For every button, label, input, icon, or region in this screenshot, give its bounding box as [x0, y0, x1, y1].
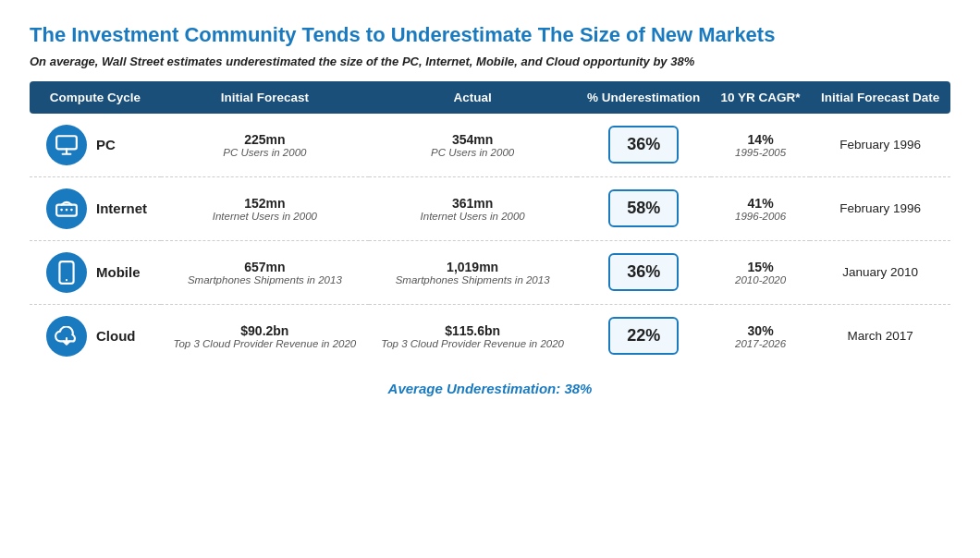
actual-sub-cloud: Top 3 Cloud Provider Revenue in 2020: [376, 338, 570, 349]
forecast-date-pc: February 1996: [810, 114, 950, 177]
actual-sub-pc: PC Users in 2000: [376, 147, 570, 158]
table-row: Mobile 657mnSmartphones Shipments in 201…: [30, 240, 950, 304]
cycle-cell-pc: PC: [30, 114, 161, 177]
svg-rect-0: [56, 136, 77, 149]
cagr-sub-internet: 1996-2006: [718, 211, 802, 222]
initial-sub-internet: Internet Users in 2000: [168, 211, 361, 222]
cycle-label-cloud: Cloud: [96, 328, 136, 344]
actual-main-pc: 354mn: [376, 132, 570, 147]
actual-main-internet: 361mn: [376, 196, 570, 211]
table-row: Internet 152mnInternet Users in 2000361m…: [30, 176, 950, 240]
data-table: Compute Cycle Initial Forecast Actual % …: [30, 81, 950, 368]
cycle-label-pc: PC: [96, 137, 116, 152]
underestimation-mobile: 36%: [577, 240, 711, 304]
cycle-cell-mobile: Mobile: [30, 240, 161, 304]
date-label-mobile: January 2010: [842, 265, 918, 279]
cycle-label-internet: Internet: [96, 200, 147, 216]
cagr-internet: 41%1996-2006: [711, 176, 810, 240]
date-label-internet: February 1996: [839, 201, 921, 215]
page-subtitle: On average, Wall Street estimates undere…: [30, 55, 950, 68]
actual-sub-internet: Internet Users in 2000: [376, 211, 570, 222]
page-title: The Investment Community Tends to Undere…: [30, 22, 950, 49]
svg-point-2: [60, 208, 63, 211]
table-row: PC 225mnPC Users in 2000354mnPC Users in…: [30, 114, 950, 177]
header-compute-cycle: Compute Cycle: [30, 81, 161, 114]
cagr-main-mobile: 15%: [718, 260, 802, 274]
cagr-sub-cloud: 2017-2026: [718, 338, 802, 349]
actual-sub-mobile: Smartphones Shipments in 2013: [376, 274, 570, 285]
initial-forecast-cloud: $90.2bnTop 3 Cloud Provider Revenue in 2…: [161, 304, 369, 368]
svg-point-6: [66, 279, 67, 281]
underestimation-pc: 36%: [577, 114, 711, 177]
date-label-pc: February 1996: [839, 138, 921, 152]
initial-forecast-pc: 225mnPC Users in 2000: [161, 114, 369, 177]
initial-main-internet: 152mn: [168, 196, 361, 211]
initial-sub-mobile: Smartphones Shipments in 2013: [168, 274, 361, 285]
date-label-cloud: March 2017: [847, 329, 913, 343]
svg-point-4: [70, 208, 73, 211]
initial-main-mobile: 657mn: [168, 260, 361, 274]
cycle-cell-cloud: Cloud: [30, 304, 161, 368]
cycle-cell-internet: Internet: [30, 176, 161, 240]
cycle-label-mobile: Mobile: [96, 264, 141, 280]
cloud-icon: [46, 316, 87, 357]
header-actual: Actual: [369, 81, 577, 114]
actual-internet: 361mnInternet Users in 2000: [369, 176, 577, 240]
underestimation-internet: 58%: [577, 176, 711, 240]
underestimation-cloud: 22%: [577, 304, 711, 368]
internet-icon: [46, 188, 87, 229]
underest-box-internet: 58%: [608, 189, 679, 227]
actual-main-mobile: 1,019mn: [376, 260, 570, 274]
actual-mobile: 1,019mnSmartphones Shipments in 2013: [369, 240, 577, 304]
forecast-date-cloud: March 2017: [810, 304, 950, 368]
table-row: Cloud $90.2bnTop 3 Cloud Provider Revenu…: [30, 304, 950, 368]
actual-main-cloud: $115.6bn: [376, 323, 570, 338]
initial-forecast-internet: 152mnInternet Users in 2000: [161, 176, 369, 240]
initial-sub-cloud: Top 3 Cloud Provider Revenue in 2020: [168, 338, 361, 349]
forecast-date-mobile: January 2010: [810, 240, 950, 304]
average-underestimation: Average Underestimation: 38%: [30, 381, 950, 396]
initial-sub-pc: PC Users in 2000: [168, 147, 361, 158]
cagr-cloud: 30%2017-2026: [711, 304, 810, 368]
underest-box-cloud: 22%: [608, 317, 679, 355]
initial-main-pc: 225mn: [168, 132, 361, 147]
cagr-main-pc: 14%: [718, 132, 802, 147]
cagr-main-internet: 41%: [718, 196, 802, 211]
svg-point-3: [66, 208, 68, 211]
pc-icon: [46, 125, 87, 165]
cagr-sub-mobile: 2010-2020: [718, 274, 802, 285]
initial-forecast-mobile: 657mnSmartphones Shipments in 2013: [161, 240, 369, 304]
header-forecast-date: Initial Forecast Date: [810, 81, 950, 114]
underest-box-mobile: 36%: [608, 253, 679, 291]
forecast-date-internet: February 1996: [810, 176, 950, 240]
initial-main-cloud: $90.2bn: [168, 323, 361, 338]
header-pct-underestimation: % Underestimation: [577, 81, 711, 114]
cagr-main-cloud: 30%: [718, 323, 802, 338]
underest-box-pc: 36%: [608, 126, 679, 164]
actual-pc: 354mnPC Users in 2000: [369, 114, 577, 177]
header-initial-forecast: Initial Forecast: [161, 81, 369, 114]
cagr-mobile: 15%2010-2020: [711, 240, 810, 304]
cagr-pc: 14%1995-2005: [711, 114, 810, 177]
actual-cloud: $115.6bnTop 3 Cloud Provider Revenue in …: [369, 304, 577, 368]
header-cagr: 10 YR CAGR*: [711, 81, 810, 114]
mobile-icon: [46, 252, 87, 293]
cagr-sub-pc: 1995-2005: [718, 147, 802, 158]
table-header-row: Compute Cycle Initial Forecast Actual % …: [30, 81, 950, 114]
